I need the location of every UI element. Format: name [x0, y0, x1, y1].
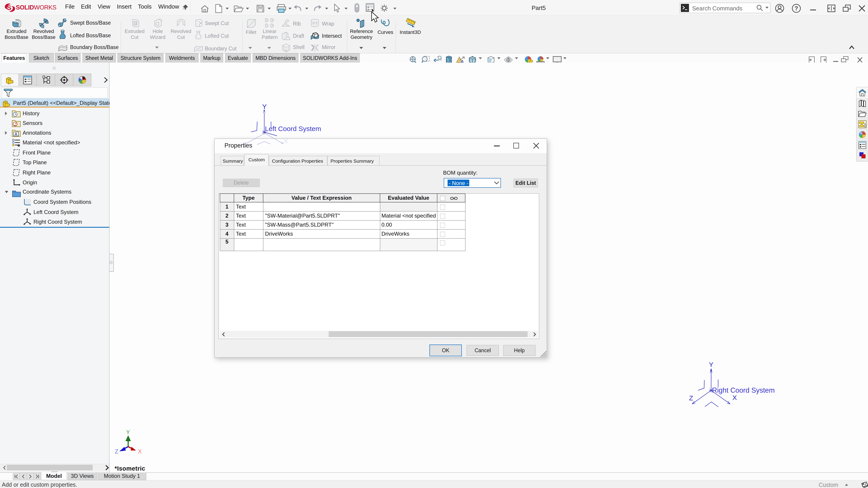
- svg-text:Z: Z: [115, 448, 118, 455]
- svg-text:X: X: [733, 394, 737, 401]
- svg-text:Y: Y: [126, 429, 130, 435]
- svg-text:Y: Y: [709, 361, 713, 368]
- svg-text:*Isometric: *Isometric: [115, 465, 145, 472]
- svg-text:Z: Z: [689, 394, 693, 402]
- svg-text:Right Coord System: Right Coord System: [712, 386, 775, 394]
- svg-text:S: S: [7, 4, 11, 11]
- svg-text:?: ?: [795, 5, 798, 12]
- svg-text:Y: Y: [262, 103, 267, 110]
- svg-text:A: A: [14, 132, 18, 136]
- svg-text:Left Coord System: Left Coord System: [265, 125, 321, 132]
- svg-text:X: X: [138, 448, 142, 455]
